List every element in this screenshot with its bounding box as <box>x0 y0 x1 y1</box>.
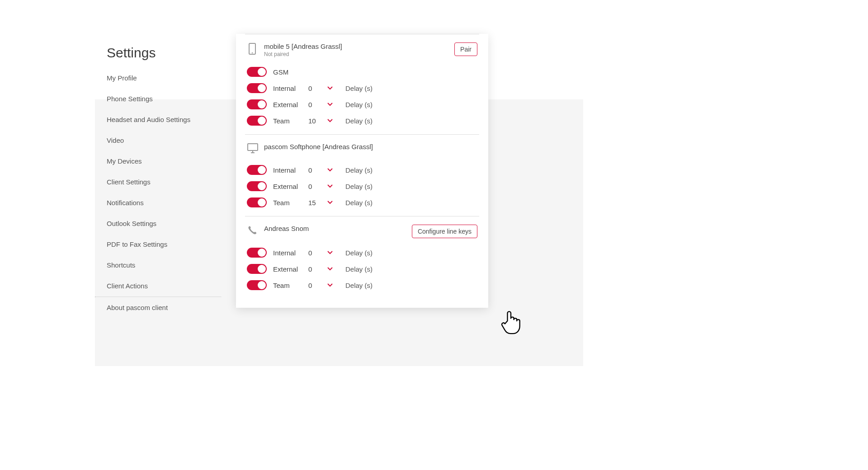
page-title: Settings <box>107 45 156 61</box>
toggle-row-internal: Internal 0 Delay (s) <box>245 244 479 261</box>
toggle-row-team: Team 10 Delay (s) <box>245 113 479 129</box>
gsm-toggle[interactable] <box>247 67 267 77</box>
device-title: mobile 5 [Andreas Grassl] <box>264 42 342 50</box>
internal-label: Internal <box>273 166 302 174</box>
toggle-row-internal: Internal 0 Delay (s) <box>245 162 479 178</box>
sidebar-item-about[interactable]: About pascom client <box>95 297 222 318</box>
delay-unit-label: Delay (s) <box>345 166 373 174</box>
team-label: Team <box>273 199 302 207</box>
device-softphone: pascom Softphone [Andreas Grassl] Intern… <box>245 134 479 216</box>
external-label: External <box>273 101 302 108</box>
external-label: External <box>273 183 302 190</box>
delay-value: 0 <box>308 183 320 190</box>
delay-unit-label: Delay (s) <box>345 117 373 125</box>
external-label: External <box>273 265 302 273</box>
team-toggle[interactable] <box>247 280 267 290</box>
toggle-row-team: Team 0 Delay (s) <box>245 277 479 293</box>
toggle-row-external: External 0 Delay (s) <box>245 96 479 113</box>
team-label: Team <box>273 117 302 125</box>
sidebar-item-client-settings[interactable]: Client Settings <box>95 172 222 193</box>
delay-unit-label: Delay (s) <box>345 183 373 190</box>
device-title: pascom Softphone [Andreas Grassl] <box>264 143 373 150</box>
svg-point-1 <box>252 52 253 53</box>
delay-value: 15 <box>308 199 320 207</box>
gsm-label: GSM <box>273 68 302 76</box>
delay-value: 0 <box>308 265 320 273</box>
team-label: Team <box>273 282 302 289</box>
delay-unit-label: Delay (s) <box>345 282 373 289</box>
delay-unit-label: Delay (s) <box>345 199 373 207</box>
internal-toggle[interactable] <box>247 165 267 175</box>
sidebar-item-phone-settings[interactable]: Phone Settings <box>95 89 222 109</box>
toggle-row-team: Team 15 Delay (s) <box>245 194 479 211</box>
svg-rect-2 <box>248 144 258 150</box>
team-toggle[interactable] <box>247 116 267 126</box>
chevron-down-icon[interactable] <box>326 85 334 91</box>
sidebar-item-video[interactable]: Video <box>95 130 222 151</box>
internal-label: Internal <box>273 85 302 92</box>
device-deskphone: Andreas Snom Configure line keys Interna… <box>245 216 479 299</box>
sidebar-item-outlook-settings[interactable]: Outlook Settings <box>95 213 222 234</box>
device-header: Andreas Snom Configure line keys <box>245 225 479 244</box>
chevron-down-icon[interactable] <box>326 199 334 206</box>
settings-sidebar: My Profile Phone Settings Headset and Au… <box>95 68 222 318</box>
chevron-down-icon[interactable] <box>326 266 334 272</box>
sidebar-item-notifications[interactable]: Notifications <box>95 193 222 213</box>
delay-value: 10 <box>308 117 320 125</box>
chevron-down-icon[interactable] <box>326 249 334 256</box>
sidebar-item-shortcuts[interactable]: Shortcuts <box>95 255 222 276</box>
chevron-down-icon[interactable] <box>326 183 334 189</box>
internal-label: Internal <box>273 249 302 257</box>
sidebar-item-my-profile[interactable]: My Profile <box>95 68 222 89</box>
device-mobile: mobile 5 [Andreas Grassl] Not paired Pai… <box>245 34 479 134</box>
chevron-down-icon[interactable] <box>326 118 334 124</box>
sidebar-item-client-actions[interactable]: Client Actions <box>95 276 222 296</box>
sidebar-item-pdf-fax[interactable]: PDF to Fax Settings <box>95 234 222 255</box>
delay-value: 0 <box>308 282 320 289</box>
toggle-row-gsm: GSM <box>245 64 479 80</box>
internal-toggle[interactable] <box>247 248 267 258</box>
delay-unit-label: Delay (s) <box>345 249 373 257</box>
delay-value: 0 <box>308 249 320 257</box>
mobile-icon <box>247 42 258 55</box>
devices-panel: mobile 5 [Andreas Grassl] Not paired Pai… <box>236 34 488 308</box>
team-toggle[interactable] <box>247 197 267 207</box>
toggle-row-external: External 0 Delay (s) <box>245 178 479 194</box>
delay-value: 0 <box>308 85 320 92</box>
chevron-down-icon[interactable] <box>326 282 334 288</box>
toggle-row-internal: Internal 0 Delay (s) <box>245 80 479 96</box>
delay-value: 0 <box>308 101 320 108</box>
external-toggle[interactable] <box>247 181 267 191</box>
phone-icon <box>247 225 258 237</box>
external-toggle[interactable] <box>247 264 267 274</box>
sidebar-item-my-devices[interactable]: My Devices <box>95 151 222 172</box>
chevron-down-icon[interactable] <box>326 167 334 173</box>
sidebar-item-headset-audio[interactable]: Headset and Audio Settings <box>95 109 222 130</box>
device-header: pascom Softphone [Andreas Grassl] <box>245 143 479 162</box>
external-toggle[interactable] <box>247 99 267 109</box>
pair-button[interactable]: Pair <box>454 42 477 56</box>
device-subtitle: Not paired <box>264 51 342 57</box>
device-title: Andreas Snom <box>264 225 309 232</box>
delay-unit-label: Delay (s) <box>345 265 373 273</box>
delay-unit-label: Delay (s) <box>345 101 373 108</box>
configure-line-keys-button[interactable]: Configure line keys <box>412 225 477 238</box>
monitor-icon <box>247 143 258 155</box>
toggle-row-external: External 0 Delay (s) <box>245 261 479 277</box>
delay-unit-label: Delay (s) <box>345 85 373 92</box>
delay-value: 0 <box>308 166 320 174</box>
chevron-down-icon[interactable] <box>326 101 334 108</box>
device-header: mobile 5 [Andreas Grassl] Not paired Pai… <box>245 42 479 64</box>
internal-toggle[interactable] <box>247 83 267 93</box>
